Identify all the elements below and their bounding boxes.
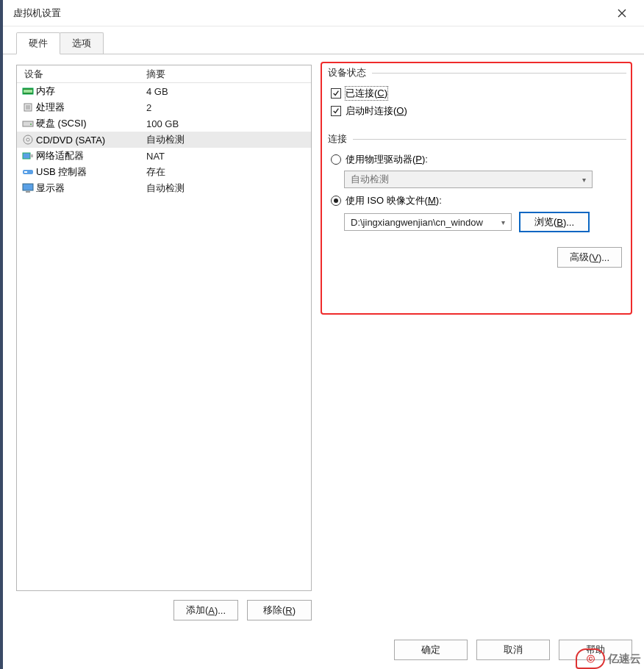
iso-label: 使用 ISO 映像文件(M):	[346, 194, 442, 207]
svg-rect-1	[24, 90, 32, 93]
row-label: 处理器	[36, 101, 146, 114]
iso-input-row: D:\jingxiangwenjian\cn_window ▾ 浏览(B)...	[344, 212, 626, 232]
memory-icon	[21, 86, 35, 96]
connection-title: 连接	[328, 132, 626, 146]
tab-options[interactable]: 选项	[60, 32, 104, 54]
add-button[interactable]: 添加(A)...	[173, 600, 238, 620]
connected-checkbox-row[interactable]: 已连接(C)	[331, 87, 626, 100]
device-status-section: 设备状态 已连接(C) 启动时连接(O)	[323, 65, 631, 118]
close-button[interactable]	[607, 3, 637, 24]
remove-mnemonic: R	[285, 605, 292, 616]
row-label: CD/DVD (SATA)	[36, 135, 146, 146]
titlebar: 虚拟机设置	[3, 0, 644, 26]
row-label: 网络适配器	[36, 149, 146, 162]
right-panel: 设备状态 已连接(C) 启动时连接(O) 连接 使用物理驱动器(P): 自动检测	[323, 65, 631, 620]
svg-rect-8	[23, 153, 30, 159]
tabstrip: 硬件 选项	[3, 26, 644, 54]
remove-label: 移除(	[263, 604, 285, 617]
advanced-button[interactable]: 高级(V)...	[557, 247, 622, 268]
row-nic[interactable]: 网络适配器 NAT	[17, 148, 311, 164]
header-summary: 摘要	[146, 68, 311, 81]
iso-path-combo[interactable]: D:\jingxiangwenjian\cn_window ▾	[344, 213, 512, 231]
left-panel: 设备 摘要 内存 4 GB 处理器 2	[16, 65, 312, 620]
row-summary: NAT	[146, 151, 311, 162]
add-tail: )...	[215, 605, 226, 616]
iso-radio-row[interactable]: 使用 ISO 映像文件(M):	[331, 194, 626, 207]
row-summary: 自动检测	[146, 182, 311, 195]
connect-poweron-label: 启动时连接(O)	[346, 104, 407, 118]
svg-rect-9	[30, 154, 33, 157]
cpu-icon	[21, 102, 35, 112]
row-summary: 4 GB	[146, 86, 311, 97]
connect-poweron-checkbox-row[interactable]: 启动时连接(O)	[331, 104, 626, 118]
svg-point-7	[26, 138, 29, 141]
row-label: USB 控制器	[36, 165, 146, 179]
list-header: 设备 摘要	[17, 65, 311, 83]
cancel-button[interactable]: 取消	[476, 640, 550, 660]
chevron-down-icon: ▾	[501, 218, 505, 226]
device-status-title: 设备状态	[328, 66, 626, 79]
physical-drive-radio-row[interactable]: 使用物理驱动器(P):	[331, 153, 626, 166]
physical-drive-label: 使用物理驱动器(P):	[346, 153, 428, 166]
row-display[interactable]: 显示器 自动检测	[17, 180, 311, 196]
remove-tail: )	[293, 605, 296, 616]
checkbox-icon	[331, 106, 341, 116]
display-icon	[21, 183, 35, 193]
ok-button[interactable]: 确定	[394, 640, 468, 660]
usb-icon	[21, 167, 35, 177]
header-device: 设备	[17, 68, 146, 81]
svg-rect-13	[26, 191, 30, 193]
hdd-icon	[21, 118, 35, 129]
left-buttons: 添加(A)... 移除(R)	[16, 600, 312, 620]
checkbox-icon	[331, 88, 341, 99]
connection-section: 连接 使用物理驱动器(P): 自动检测 ▾ 使用 ISO 映像文件(M): D:…	[323, 131, 631, 268]
svg-rect-11	[24, 171, 27, 173]
row-memory[interactable]: 内存 4 GB	[17, 83, 311, 99]
row-summary: 存在	[146, 165, 311, 179]
device-list[interactable]: 设备 摘要 内存 4 GB 处理器 2	[16, 65, 312, 591]
window-title: 虚拟机设置	[13, 7, 607, 20]
nic-icon	[21, 151, 35, 161]
row-summary: 100 GB	[146, 118, 311, 129]
row-usb[interactable]: USB 控制器 存在	[17, 164, 311, 180]
close-icon	[618, 9, 626, 18]
chevron-down-icon: ▾	[582, 176, 586, 184]
row-cd-dvd[interactable]: CD/DVD (SATA) 自动检测	[17, 132, 311, 148]
row-summary: 自动检测	[146, 133, 311, 146]
row-label: 硬盘 (SCSI)	[36, 117, 146, 130]
connected-label: 已连接(C)	[346, 87, 387, 100]
row-label: 显示器	[36, 182, 146, 195]
add-mnemonic: A	[208, 605, 215, 616]
row-hdd[interactable]: 硬盘 (SCSI) 100 GB	[17, 115, 311, 132]
list-rows: 内存 4 GB 处理器 2 硬盘 (SCSI) 100 GB	[17, 83, 311, 196]
add-label: 添加(	[186, 604, 208, 617]
content-area: 设备 摘要 内存 4 GB 处理器 2	[3, 54, 644, 628]
svg-rect-4	[23, 121, 33, 126]
radio-icon	[331, 154, 341, 165]
svg-rect-3	[26, 105, 30, 110]
radio-icon	[331, 196, 341, 206]
dialog-footer: 确定 取消 帮助	[3, 640, 644, 660]
svg-rect-12	[23, 184, 33, 190]
cd-icon	[21, 135, 35, 145]
advanced-row: 高级(V)...	[328, 247, 626, 268]
tab-hardware[interactable]: 硬件	[16, 32, 60, 54]
browse-button[interactable]: 浏览(B)...	[519, 212, 590, 232]
settings-window: 虚拟机设置 硬件 选项 设备 摘要 内存 4 GB	[0, 0, 644, 669]
row-summary: 2	[146, 102, 311, 113]
physical-combo-value: 自动检测	[351, 173, 389, 186]
remove-button[interactable]: 移除(R)	[247, 600, 312, 620]
row-cpu[interactable]: 处理器 2	[17, 99, 311, 115]
iso-path-value: D:\jingxiangwenjian\cn_window	[351, 217, 483, 228]
help-button[interactable]: 帮助	[559, 640, 632, 660]
physical-drive-combo: 自动检测 ▾	[344, 171, 593, 188]
svg-point-5	[30, 124, 32, 125]
row-label: 内存	[36, 85, 146, 98]
